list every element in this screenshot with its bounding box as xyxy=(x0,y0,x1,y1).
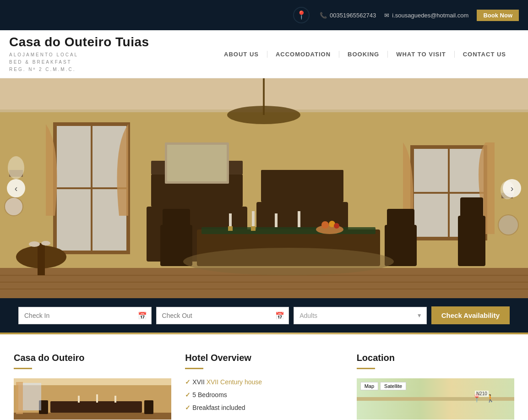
nav-contact-us[interactable]: CONTACT US xyxy=(455,51,514,58)
svg-rect-63 xyxy=(114,396,116,403)
hero-image xyxy=(0,78,528,298)
header: Casa do Outeiro Tuias ALOJAMENTO LOCAL B… xyxy=(0,30,528,78)
overview-item-1: ✓ 5 Bedrooms xyxy=(185,391,343,398)
main-nav: ABOUT US ACCOMODATION BOOKING WHAT TO VI… xyxy=(216,51,514,58)
contact-info: 📞 00351965562743 ✉ i.sousaguedes@hotmail… xyxy=(320,10,519,21)
overview-item-0: ✓ XVII XVII Century house xyxy=(185,378,343,386)
adults-select[interactable]: Adults 1 2 3 4 5 xyxy=(294,307,427,324)
location-section: Location Map Satellite 📍 🚶 N210 xyxy=(357,353,514,420)
adults-wrap: Adults 1 2 3 4 5 ▼ xyxy=(294,307,427,324)
casa-section: Casa do Outeiro xyxy=(14,353,171,420)
phone-info: 📞 00351965562743 xyxy=(320,12,376,19)
overview-item-label-0: XVII XVII Century house xyxy=(192,378,262,386)
overview-item-label-1: 5 Bedrooms xyxy=(192,391,227,398)
calendar-icon-checkin: 📅 xyxy=(138,311,147,320)
overview-item-2: ✓ Breakfast included xyxy=(185,404,343,411)
satellite-view-button[interactable]: Satellite xyxy=(380,382,406,390)
checkout-input[interactable] xyxy=(156,307,289,324)
overview-item-label-2: Breakfast included xyxy=(192,404,245,411)
map-widget[interactable]: Map Satellite 📍 🚶 N210 xyxy=(357,378,514,420)
phone-icon: 📞 xyxy=(320,12,327,19)
check-icon-2: ✓ xyxy=(185,404,191,411)
location-icon-wrap: 📍 xyxy=(292,4,310,27)
nav-about-us[interactable]: ABOUT US xyxy=(216,51,267,58)
overview-underline xyxy=(185,368,203,369)
carousel-prev-button[interactable]: ‹ xyxy=(7,179,25,197)
top-bar: 📍 📞 00351965562743 ✉ i.sousaguedes@hotma… xyxy=(0,0,528,30)
email-info: ✉ i.sousaguedes@hotmail.com xyxy=(384,12,468,19)
svg-rect-65 xyxy=(16,382,23,414)
checkin-wrap: 📅 xyxy=(18,307,152,324)
email-icon: ✉ xyxy=(384,12,389,19)
site-subtitle: ALOJAMENTO LOCAL BED & BREAKFAST REG. Nº… xyxy=(9,51,149,73)
booking-bar: 📅 📅 Adults 1 2 3 4 5 ▼ Check Availabilit… xyxy=(0,298,528,333)
map-road-label: N210 xyxy=(475,391,489,397)
logo-area: Casa do Outeiro Tuias ALOJAMENTO LOCAL B… xyxy=(9,35,149,73)
checkin-input[interactable] xyxy=(18,307,152,324)
svg-rect-61 xyxy=(78,396,80,403)
main-content: Casa do Outeiro xyxy=(0,334,528,420)
casa-thumbnail xyxy=(14,378,171,420)
thumbnail-image xyxy=(14,378,171,420)
calendar-icon-checkout: 📅 xyxy=(275,311,284,320)
location-underline xyxy=(357,368,375,369)
check-icon-1: ✓ xyxy=(185,391,191,398)
svg-rect-53 xyxy=(0,78,528,298)
check-icon-0: ✓ xyxy=(185,378,191,386)
nav-what-to-visit[interactable]: WHAT TO VISIT xyxy=(388,51,455,58)
casa-title: Casa do Outeiro xyxy=(14,353,171,363)
hero-section: ‹ › xyxy=(0,78,528,298)
overview-title: Hotel Overview xyxy=(185,353,343,363)
dining-room-illustration xyxy=(0,78,528,298)
overview-section: Hotel Overview ✓ XVII XVII Century house… xyxy=(185,353,343,420)
site-title: Casa do Outeiro Tuias xyxy=(9,35,149,49)
email-address: i.sousaguedes@hotmail.com xyxy=(392,12,468,19)
location-title: Location xyxy=(357,353,514,363)
svg-rect-60 xyxy=(144,400,153,414)
century-house-link[interactable]: XVII Century house xyxy=(207,378,262,386)
nav-accomodation[interactable]: ACCOMODATION xyxy=(267,51,339,58)
book-now-button[interactable]: Book Now xyxy=(477,10,519,21)
nav-booking[interactable]: BOOKING xyxy=(339,51,388,58)
map-controls: Map Satellite xyxy=(360,382,407,390)
svg-rect-58 xyxy=(50,401,142,413)
casa-underline xyxy=(14,368,32,369)
map-view-button[interactable]: Map xyxy=(360,382,378,390)
checkout-wrap: 📅 xyxy=(156,307,289,324)
phone-number: 00351965562743 xyxy=(330,12,376,19)
check-availability-button[interactable]: Check Availability xyxy=(431,306,510,324)
svg-rect-62 xyxy=(96,394,98,403)
carousel-next-button[interactable]: › xyxy=(503,179,521,197)
location-icon: 📍 xyxy=(293,7,310,23)
